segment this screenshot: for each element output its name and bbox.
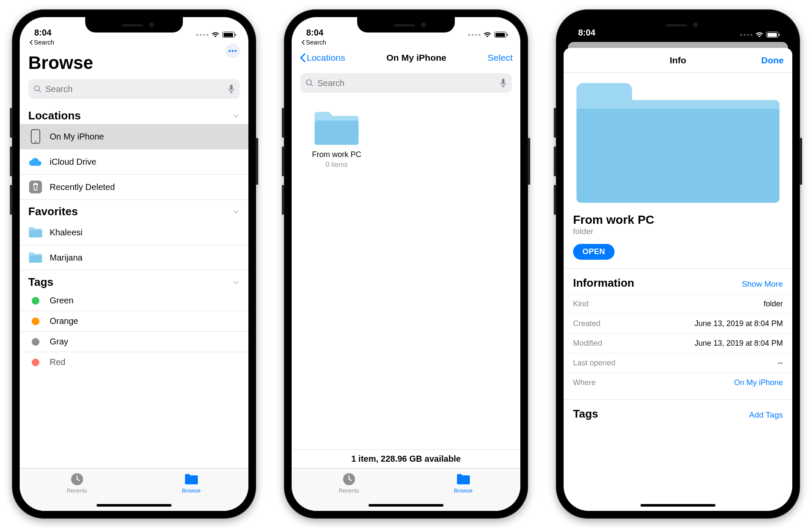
folder-icon [28,225,43,240]
svg-rect-5 [230,85,233,90]
search-input[interactable] [317,78,496,88]
status-time: 8:04 [34,28,51,38]
folder-icon [456,472,471,486]
favorites-header[interactable]: Favorites [20,200,248,220]
sheet-nav: Info Done [564,48,792,73]
storage-status: 1 item, 228.96 GB available [292,449,520,468]
search-icon [305,79,314,87]
favorite-folder[interactable]: Khaleesi [20,220,248,245]
iphone-icon [28,129,43,144]
cellular-signal-icon [468,34,481,36]
notch [85,17,183,33]
trash-icon [28,180,43,194]
search-bar[interactable] [28,79,240,99]
wifi-icon [755,32,764,38]
folder-icon [28,250,43,265]
svg-point-0 [229,50,230,52]
chevron-down-icon [232,208,240,216]
file-grid: From work PC 0 items [292,98,520,449]
location-recently-deleted[interactable]: Recently Deleted [20,175,248,200]
folder-item[interactable]: From work PC 0 items [304,110,369,169]
sheet-title: Info [670,55,686,65]
location-on-my-iphone[interactable]: On My iPhone [20,124,248,149]
status-time: 8:04 [306,28,323,38]
home-indicator [97,504,172,507]
cloud-icon [28,154,43,169]
folder-subtitle: 0 items [325,161,348,169]
ellipsis-icon [228,50,237,52]
tag-dot-icon [32,297,39,305]
chevron-left-icon [29,40,33,45]
tag-dot-icon [32,317,39,325]
phone-frame-info: 8:04 Info Done From work PC folder OPEN [556,9,800,519]
back-to-app-button[interactable]: Search [20,39,248,46]
chevron-down-icon [232,279,240,286]
chevron-left-icon [301,40,305,45]
tag-row[interactable]: Orange [20,311,248,332]
show-more-link[interactable]: Show More [742,279,783,289]
svg-rect-9 [29,230,42,237]
svg-point-2 [235,50,236,52]
svg-line-4 [39,90,41,92]
svg-point-1 [232,50,233,52]
open-button[interactable]: OPEN [573,244,615,260]
folder-icon-large [576,83,779,203]
info-row-kind: Kindfolder [564,294,792,314]
svg-rect-15 [315,121,359,145]
svg-rect-8 [29,181,42,193]
done-button[interactable]: Done [761,55,784,65]
item-kind-label: folder [564,227,792,242]
svg-point-7 [35,141,36,142]
folder-name: From work PC [312,150,361,159]
svg-rect-10 [29,255,42,263]
info-row-created: CreatedJune 13, 2019 at 8:04 PM [564,314,792,333]
info-row-where: WhereOn My iPhone [564,373,792,392]
svg-point-12 [307,80,312,85]
folder-preview [564,73,792,207]
add-tags-link[interactable]: Add Tags [749,410,783,420]
search-input[interactable] [45,84,224,94]
phone-frame-folder: 8:04 Search Locations On My iPhone Selec… [284,9,528,519]
svg-point-3 [35,86,40,91]
clock-icon [70,472,84,486]
tags-header[interactable]: Tags [20,270,248,291]
folder-icon [184,472,199,486]
chevron-down-icon [232,112,240,120]
home-indicator [641,504,716,507]
locations-header[interactable]: Locations [20,104,248,124]
item-name: From work PC [564,207,792,227]
phone-frame-browse: 8:04 Search Browse Locations [12,9,256,519]
status-time: 8:04 [578,28,595,38]
info-sheet: Info Done From work PC folder OPEN Infor… [564,48,792,511]
tags-list: Green Orange Gray Red [20,291,248,372]
battery-icon [494,32,507,38]
search-bar[interactable] [300,73,512,93]
information-header: Information [573,276,634,290]
notch [629,17,727,33]
where-link[interactable]: On My iPhone [734,378,783,387]
back-to-app-button[interactable]: Search [292,39,520,46]
tag-row[interactable]: Gray [20,332,248,352]
nav-back-button[interactable]: Locations [299,53,345,63]
info-row-last-opened: Last opened-- [564,353,792,373]
notch [357,17,455,33]
tag-row[interactable]: Red [20,352,248,372]
locations-list: On My iPhone iCloud Drive Recently Delet… [20,124,248,200]
cellular-signal-icon [740,34,752,36]
select-button[interactable]: Select [488,53,513,63]
nav-bar: Locations On My iPhone Select [292,46,520,70]
battery-icon [766,32,779,38]
location-icloud-drive[interactable]: iCloud Drive [20,149,248,175]
cellular-signal-icon [196,34,209,36]
wifi-icon [211,32,220,38]
mic-icon[interactable] [500,78,507,88]
tags-section-header: Tags [573,407,598,421]
tag-row[interactable]: Green [20,291,248,311]
wifi-icon [483,32,492,38]
battery-icon [222,32,235,38]
svg-line-13 [311,84,313,86]
svg-rect-14 [502,79,505,84]
mic-icon[interactable] [228,84,235,94]
favorite-folder[interactable]: Marijana [20,245,248,270]
folder-icon [313,110,360,148]
